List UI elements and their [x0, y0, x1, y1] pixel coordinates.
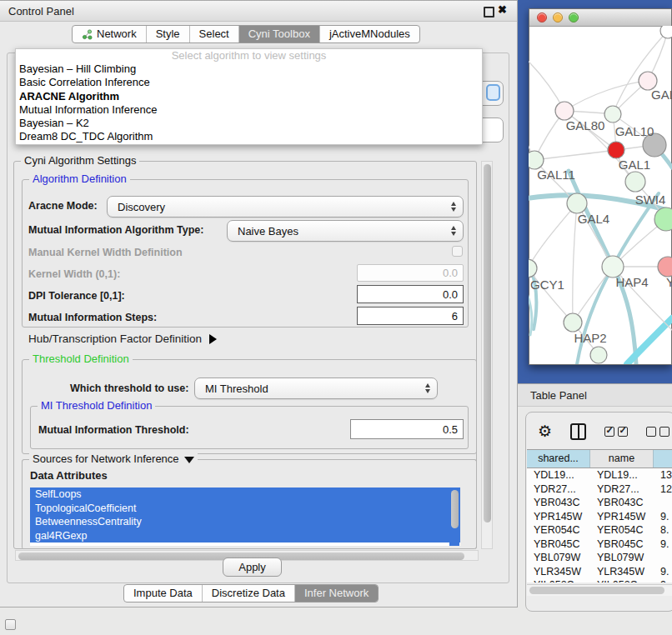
docked-panel-icon[interactable]	[5, 619, 16, 630]
dpi-tolerance-input[interactable]: 0.0	[357, 285, 464, 303]
scrollbar-thumb[interactable]	[451, 490, 459, 528]
network-node[interactable]	[590, 347, 607, 363]
table-cell[interactable]: 9.	[654, 565, 672, 579]
tab-style[interactable]: Style	[146, 26, 189, 42]
table-cell[interactable]: YIL052C	[590, 578, 654, 582]
network-node[interactable]	[564, 313, 582, 332]
tab-discretize-data[interactable]: Discretize Data	[202, 585, 294, 602]
tab-impute-data[interactable]: Impute Data	[124, 585, 202, 602]
table-cell[interactable]: YBL079W	[527, 551, 590, 565]
manual-kernel-checkbox[interactable]	[452, 246, 463, 257]
network-edge[interactable]	[529, 203, 577, 268]
network-node[interactable]	[625, 172, 645, 192]
network-edge[interactable]	[564, 81, 648, 111]
table-row[interactable]: YLR345WYLR345W9.	[527, 565, 672, 579]
column-header-name[interactable]: name	[590, 450, 654, 468]
network-node[interactable]	[567, 193, 587, 213]
table-cell[interactable]: 9	[654, 578, 672, 582]
table-cell[interactable]: 9.	[654, 538, 672, 552]
table-cell[interactable]: YBR045C	[527, 538, 590, 552]
table-cell[interactable]: 8.	[654, 523, 672, 538]
table-cell[interactable]: YDL19...	[590, 468, 654, 482]
tab-infer-network[interactable]: Infer Network	[294, 585, 378, 602]
algorithm-option[interactable]: Bayesian – K2	[16, 117, 482, 130]
columns-icon[interactable]	[570, 423, 586, 440]
table-cell[interactable]: YDR27...	[590, 482, 654, 497]
algorithm-option[interactable]: Mutual Information Inference	[16, 103, 482, 117]
table-cell[interactable]: YBR043C	[590, 496, 654, 510]
table-cell[interactable]: YBL079W	[590, 551, 654, 565]
mi-type-select[interactable]: Naive Bayes	[227, 220, 464, 242]
network-node[interactable]	[658, 257, 672, 277]
list-vertical-scrollbar[interactable]	[449, 488, 459, 546]
table-cell[interactable]: YLR345W	[527, 565, 590, 579]
network-window-titlebar[interactable]	[529, 9, 671, 27]
table-row[interactable]: YBL079WYBL079W	[527, 551, 672, 565]
table-cell[interactable]	[654, 496, 672, 510]
data-attribute-item[interactable]: gal4RGexp	[30, 529, 460, 543]
network-node[interactable]	[529, 151, 544, 169]
scrollbar-thumb[interactable]	[484, 164, 491, 522]
network-node[interactable]	[654, 208, 672, 231]
hub-tf-definition-toggle[interactable]: Hub/Transcription Factor Definition	[28, 332, 217, 345]
float-window-icon[interactable]	[484, 7, 494, 18]
table-cell[interactable]: YLR345W	[590, 565, 654, 579]
tab-jactivemnodules[interactable]: jActiveMNodules	[319, 26, 419, 42]
data-attribute-item[interactable]: BetweennessCentrality	[30, 515, 460, 529]
network-edge[interactable]	[534, 150, 616, 160]
apply-button[interactable]: Apply	[223, 558, 282, 577]
mi-steps-input[interactable]: 6	[357, 307, 464, 325]
table-cell[interactable]: YBR045C	[590, 538, 654, 552]
table-row[interactable]: YPR145WYPR145W9.	[527, 510, 672, 524]
network-edge[interactable]	[613, 31, 668, 114]
tab-cyni-toolbox[interactable]: Cyni Toolbox	[238, 26, 319, 42]
table-cell[interactable]: YPR145W	[590, 510, 654, 524]
close-traffic-light-icon[interactable]	[537, 12, 547, 22]
algorithm-option[interactable]: Basic Correlation Inference	[16, 76, 482, 89]
table-cell[interactable]: YIL052C	[527, 578, 590, 582]
network-node[interactable]	[529, 259, 537, 278]
table-row[interactable]: YDR27...YDR27...12	[527, 482, 672, 497]
gear-icon[interactable]: ⚙	[538, 423, 552, 439]
algorithm-option[interactable]: Bayesian – Hill Climbing	[16, 62, 482, 76]
table-cell[interactable]: 13	[654, 468, 672, 482]
table-row[interactable]: YBR043CYBR043C	[527, 496, 672, 510]
network-edge[interactable]	[573, 203, 577, 322]
column-header-clipped[interactable]	[654, 450, 672, 468]
tab-select[interactable]: Select	[189, 26, 238, 42]
table-cell[interactable]: YBR043C	[527, 496, 590, 510]
network-node[interactable]	[604, 106, 621, 122]
table-row[interactable]: YIL052CYIL052C9	[527, 578, 672, 582]
aracne-mode-select[interactable]: Discovery	[107, 196, 464, 218]
data-attribute-item[interactable]: SelfLoops	[30, 488, 460, 502]
data-attributes-list[interactable]: SelfLoopsTopologicalCoefficientBetweenne…	[30, 488, 460, 546]
table-cell[interactable]: 9.	[654, 510, 672, 524]
minimize-traffic-light-icon[interactable]	[553, 12, 563, 22]
network-edge[interactable]	[529, 52, 564, 111]
table-cell[interactable]	[654, 551, 672, 565]
algorithm-option[interactable]: ARACNE Algorithm	[16, 90, 482, 103]
data-attribute-item[interactable]: TopologicalCoefficient	[30, 502, 460, 516]
scrollbar-thumb[interactable]	[529, 587, 664, 594]
expanded-arrow-icon[interactable]	[184, 457, 194, 463]
table-cell[interactable]: YER054C	[527, 523, 590, 538]
table-horizontal-scrollbar[interactable]	[527, 584, 672, 596]
deselect-all-checkboxes-icon[interactable]	[646, 427, 669, 437]
kernel-width-input[interactable]: 0.0	[357, 264, 464, 282]
mi-threshold-input[interactable]: 0.5	[350, 419, 464, 439]
table-cell[interactable]: YDR27...	[527, 482, 590, 497]
network-canvas[interactable]: GALGAL80GAL10GAL1GAL11SWI4GAL4GCY1HAP4YH…	[529, 26, 672, 364]
column-header-shared-name[interactable]: shared...	[527, 450, 590, 468]
table-cell[interactable]: 12	[654, 482, 672, 497]
select-all-checkboxes-icon[interactable]	[604, 427, 628, 437]
tab-network[interactable]: Network	[73, 26, 146, 42]
network-node[interactable]	[555, 102, 574, 120]
zoom-traffic-light-icon[interactable]	[569, 12, 579, 22]
table-cell[interactable]: YPR145W	[527, 510, 590, 524]
close-panel-icon[interactable]: ✖	[498, 3, 507, 16]
settings-vertical-scrollbar[interactable]	[481, 161, 493, 549]
algorithm-option[interactable]: Dream8 DC_TDC Algorithm	[16, 130, 482, 143]
table-cell[interactable]: YDL19...	[527, 468, 590, 482]
network-node[interactable]	[608, 142, 624, 158]
which-threshold-select[interactable]: MI Threshold	[194, 378, 438, 399]
